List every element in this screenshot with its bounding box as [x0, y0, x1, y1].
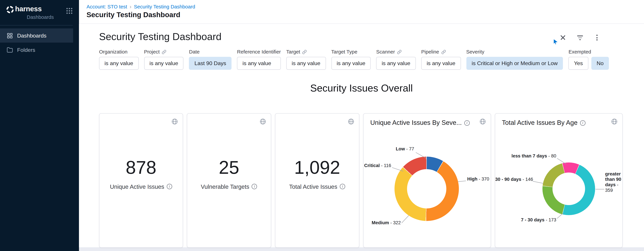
- severity-donut-chart[interactable]: [394, 157, 459, 221]
- link-icon: [162, 49, 166, 54]
- link-icon: [302, 49, 307, 54]
- stat-value: 25: [187, 157, 271, 178]
- module-subtitle: Dashboards: [27, 14, 54, 20]
- stat-label: Unique Active Issues: [110, 183, 164, 190]
- folder-icon: [7, 47, 13, 53]
- globe-icon[interactable]: [171, 118, 178, 125]
- filter-project-value[interactable]: is any value: [144, 57, 184, 70]
- info-icon[interactable]: [340, 184, 345, 189]
- link-icon: [441, 49, 446, 54]
- filter-pipeline-value[interactable]: is any value: [421, 57, 461, 70]
- main-area: Account: STO test › Security Testing Das…: [79, 0, 644, 251]
- logo-text: harness: [15, 5, 54, 13]
- filter-bar: Organization is any value Project is any…: [79, 49, 644, 70]
- chart-callout-7-30-days: 7 - 30 days - 173: [495, 217, 556, 223]
- breadcrumb-dashboard-link[interactable]: Security Testing Dashboard: [134, 4, 195, 9]
- filter-exempted-yes-button[interactable]: Yes: [568, 57, 588, 70]
- app-root: harness Dashboards Dashboards Folders: [0, 0, 644, 251]
- page-header: Account: STO test › Security Testing Das…: [79, 0, 644, 24]
- panel-head: Security Testing Dashboard: [79, 24, 644, 43]
- mouse-cursor: [554, 39, 558, 44]
- sidebar-item-dashboards[interactable]: Dashboards: [0, 28, 73, 42]
- dashboards-icon: [7, 32, 13, 38]
- chart-callout-high: High - 370: [467, 176, 489, 182]
- kebab-menu-icon[interactable]: [594, 34, 601, 41]
- stat-card-total-active-issues: 1,092 Total Active Issues: [275, 113, 360, 248]
- globe-icon[interactable]: [480, 118, 486, 125]
- breadcrumb: Account: STO test › Security Testing Das…: [86, 4, 644, 9]
- filter-severity-value[interactable]: is Critical or High or Medium or Low: [466, 57, 563, 70]
- stat-value: 1,092: [275, 157, 359, 178]
- age-donut-chart[interactable]: [542, 163, 595, 215]
- sidebar: harness Dashboards Dashboards Folders: [0, 0, 79, 251]
- stat-label: Vulnerable Targets: [201, 183, 249, 190]
- info-icon[interactable]: [252, 184, 257, 189]
- breadcrumb-separator-icon: ›: [130, 4, 132, 9]
- filter-organization-value[interactable]: is any value: [99, 57, 138, 70]
- sidebar-item-folders[interactable]: Folders: [0, 42, 73, 57]
- filter-pipeline: Pipeline is any value: [421, 49, 461, 70]
- app-switcher-grid-icon[interactable]: [66, 8, 72, 14]
- chart-card-total-active-issues-by-age: Total Active Issues By Age: [495, 113, 623, 248]
- breadcrumb-account-link[interactable]: Account: STO test: [86, 4, 127, 9]
- chart-card-unique-active-issues-by-severity: Unique Active Issues By Seve...: [363, 113, 491, 248]
- info-icon[interactable]: [464, 120, 470, 125]
- filter-reference-identifier-value[interactable]: is any value: [237, 57, 281, 70]
- dashboard-title: Security Testing Dashboard: [99, 30, 222, 43]
- filter-target-type-value[interactable]: is any value: [331, 57, 371, 70]
- filter-reference-identifier: Reference Identifier is any value: [237, 49, 281, 70]
- harness-logo-icon: [6, 5, 14, 14]
- close-icon[interactable]: [559, 34, 567, 41]
- stage: harness Dashboards Dashboards Folders: [0, 0, 644, 251]
- chart-callout-greater-than-90-days: greater than 90 days - 359: [605, 171, 622, 193]
- sidebar-item-label: Dashboards: [17, 32, 46, 38]
- chart-title: Unique Active Issues By Seve...: [370, 119, 462, 127]
- stat-card-vulnerable-targets: 25 Vulnerable Targets: [187, 113, 271, 248]
- info-icon[interactable]: [580, 120, 586, 125]
- info-icon[interactable]: [167, 184, 172, 189]
- filter-exempted: Exempted Yes No: [568, 49, 609, 70]
- globe-icon[interactable]: [260, 118, 266, 125]
- filter-scanner-value[interactable]: is any value: [376, 57, 416, 70]
- filter-organization: Organization is any value: [99, 49, 138, 70]
- globe-icon[interactable]: [611, 118, 618, 125]
- chart-callout-30-90-days: 30 - 90 days - 146: [495, 177, 532, 182]
- filter-date-value[interactable]: Last 90 Days: [189, 57, 232, 70]
- cards-row: 878 Unique Active Issues 25 Vulnerable T: [79, 113, 644, 248]
- panel-actions: [559, 34, 601, 41]
- filter-project: Project is any value: [144, 49, 184, 70]
- dashboard-panel: Security Testing Dashboard Organization …: [79, 24, 644, 247]
- chart-title: Total Active Issues By Age: [502, 119, 578, 127]
- filter-target: Target is any value: [286, 49, 326, 70]
- stat-card-unique-active-issues: 878 Unique Active Issues: [99, 113, 183, 248]
- chart-callout-medium: Medium - 322: [364, 220, 401, 226]
- filter-target-type: Target Type is any value: [331, 49, 371, 70]
- chart-callout-critical: Critical - 116: [364, 163, 391, 168]
- filter-icon[interactable]: [576, 34, 584, 41]
- page-title: Security Testing Dashboard: [86, 11, 644, 19]
- section-title: Security Issues Overall: [79, 82, 644, 94]
- sidebar-item-label: Folders: [17, 47, 35, 53]
- filter-date: Date Last 90 Days: [189, 49, 232, 70]
- stat-value: 878: [100, 157, 183, 178]
- filter-scanner: Scanner is any value: [376, 49, 416, 70]
- stat-label: Total Active Issues: [289, 183, 337, 190]
- sidebar-nav: Dashboards Folders: [0, 28, 79, 57]
- sidebar-divider: [0, 25, 73, 25]
- filter-severity: Severity is Critical or High or Medium o…: [466, 49, 563, 70]
- filter-target-value[interactable]: is any value: [286, 57, 326, 70]
- link-icon: [397, 49, 402, 54]
- filter-exempted-no-button[interactable]: No: [591, 57, 609, 70]
- chart-callout-less-than-7-days: less than 7 days - 80: [495, 153, 556, 159]
- chart-callout-low: Low - 77: [364, 146, 414, 152]
- globe-icon[interactable]: [348, 118, 354, 125]
